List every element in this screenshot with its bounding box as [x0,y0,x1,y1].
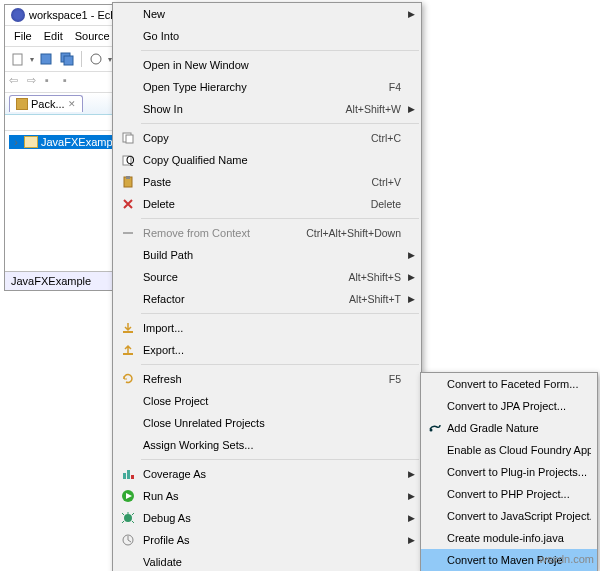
sub-convert-to-plug-in-projects-[interactable]: Convert to Plug-in Projects... [421,461,597,483]
menu-item-label: Copy [143,132,371,144]
menu-item-label: Coverage As [143,468,401,480]
blank-icon [117,79,139,95]
menu-item-label: Delete [143,198,371,210]
menu-source[interactable]: Source [70,28,115,44]
submenu-arrow-icon: ▶ [408,535,415,545]
ctx-profile-as[interactable]: Profile As▶ [113,529,421,551]
svg-rect-15 [127,470,130,479]
ctx-source[interactable]: SourceAlt+Shift+S▶ [113,266,421,288]
ctx-copy[interactable]: CopyCtrl+C [113,127,421,149]
profile-icon [117,532,139,548]
bottom-tab-label: JavaFXExample [11,275,91,287]
menu-edit[interactable]: Edit [39,28,68,44]
accelerator: Ctrl+C [371,132,401,144]
ctx-run-as[interactable]: Run As▶ [113,485,421,507]
svg-text:Q: Q [126,154,135,166]
menu-item-label: Debug As [143,512,401,524]
submenu-arrow-icon: ▶ [408,491,415,501]
ctx-close-project[interactable]: Close Project [113,390,421,412]
copy-q-icon: Q [117,152,139,168]
blank-icon [425,530,445,546]
delete-icon [117,196,139,212]
refresh-icon [117,371,139,387]
new-button[interactable] [9,50,27,68]
menu-item-label: Profile As [143,534,401,546]
submenu-item-label: Convert to JPA Project... [447,400,591,412]
ctx-refresh[interactable]: RefreshF5 [113,368,421,390]
menu-item-label: Remove from Context [143,227,306,239]
save-button[interactable] [37,50,55,68]
ctx-go-into[interactable]: Go Into [113,25,421,47]
package-explorer-tab[interactable]: Pack... ✕ [9,95,83,112]
ctx-validate[interactable]: Validate [113,551,421,571]
ctx-coverage-as[interactable]: Coverage As▶ [113,463,421,485]
sub-enable-as-cloud-foundry-app[interactable]: Enable as Cloud Foundry App [421,439,597,461]
ctx-copy-qualified-name[interactable]: QCopy Qualified Name [113,149,421,171]
configure-submenu: Convert to Faceted Form...Convert to JPA… [420,372,598,571]
menu-item-label: Go Into [143,30,401,42]
sub-convert-to-php-project-[interactable]: Convert to PHP Project... [421,483,597,505]
submenu-item-label: Convert to PHP Project... [447,488,591,500]
paste-icon [117,174,139,190]
submenu-item-label: Enable as Cloud Foundry App [447,444,591,456]
package-icon [16,98,28,110]
ctx-show-in[interactable]: Show InAlt+Shift+W▶ [113,98,421,120]
ctx-open-in-new-window[interactable]: Open in New Window [113,54,421,76]
blank-icon [117,57,139,73]
project-folder-icon [24,136,38,148]
ctx-import-[interactable]: Import... [113,317,421,339]
up-button[interactable]: ▪ [45,74,61,90]
blank-icon [117,554,139,570]
blank-icon [117,269,139,285]
sub-convert-to-faceted-form-[interactable]: Convert to Faceted Form... [421,373,597,395]
ctx-refactor[interactable]: RefactorAlt+Shift+T▶ [113,288,421,310]
blank-icon [425,552,445,568]
import-icon [117,320,139,336]
save-all-button[interactable] [58,50,76,68]
sub-create-module-info-java[interactable]: Create module-info.java [421,527,597,549]
accelerator: F5 [389,373,401,385]
svg-point-20 [430,429,433,432]
coverage-icon [117,466,139,482]
debug-icon [117,510,139,526]
menu-file[interactable]: File [9,28,37,44]
blank-icon [425,508,445,524]
submenu-item-label: Convert to JavaScript Project... [447,510,591,522]
submenu-arrow-icon: ▶ [408,272,415,282]
ctx-build-path[interactable]: Build Path▶ [113,244,421,266]
ctx-paste[interactable]: PasteCtrl+V [113,171,421,193]
menu-item-label: New [143,8,401,20]
home-button[interactable]: ▪ [63,74,79,90]
export-icon [117,342,139,358]
blank-icon [425,442,445,458]
ctx-close-unrelated-projects[interactable]: Close Unrelated Projects [113,412,421,434]
sub-add-gradle-nature[interactable]: Add Gradle Nature [421,417,597,439]
svg-rect-13 [123,353,133,355]
perspective-button[interactable] [87,50,105,68]
ctx-new[interactable]: New▶ [113,3,421,25]
submenu-item-label: Create module-info.java [447,532,591,544]
ctx-debug-as[interactable]: Debug As▶ [113,507,421,529]
submenu-item-label: Convert to Plug-in Projects... [447,466,591,478]
accelerator: F4 [389,81,401,93]
blank-icon [117,437,139,453]
ctx-delete[interactable]: DeleteDelete [113,193,421,215]
svg-rect-12 [123,331,133,333]
accelerator: Ctrl+V [372,176,401,188]
menu-item-label: Run As [143,490,401,502]
ctx-export-[interactable]: Export... [113,339,421,361]
back-button[interactable]: ⇦ [9,74,25,90]
expand-icon[interactable]: › [11,136,21,148]
menu-item-label: Import... [143,322,401,334]
close-icon[interactable]: ✕ [68,99,76,109]
svg-rect-3 [64,56,73,65]
forward-button[interactable]: ⇨ [27,74,43,90]
submenu-arrow-icon: ▶ [408,469,415,479]
ctx-remove-from-context[interactable]: Remove from ContextCtrl+Alt+Shift+Down [113,222,421,244]
blank-icon [425,486,445,502]
blank-icon [117,415,139,431]
sub-convert-to-jpa-project-[interactable]: Convert to JPA Project... [421,395,597,417]
sub-convert-to-javascript-project-[interactable]: Convert to JavaScript Project... [421,505,597,527]
ctx-open-type-hierarchy[interactable]: Open Type HierarchyF4 [113,76,421,98]
ctx-assign-working-sets-[interactable]: Assign Working Sets... [113,434,421,456]
